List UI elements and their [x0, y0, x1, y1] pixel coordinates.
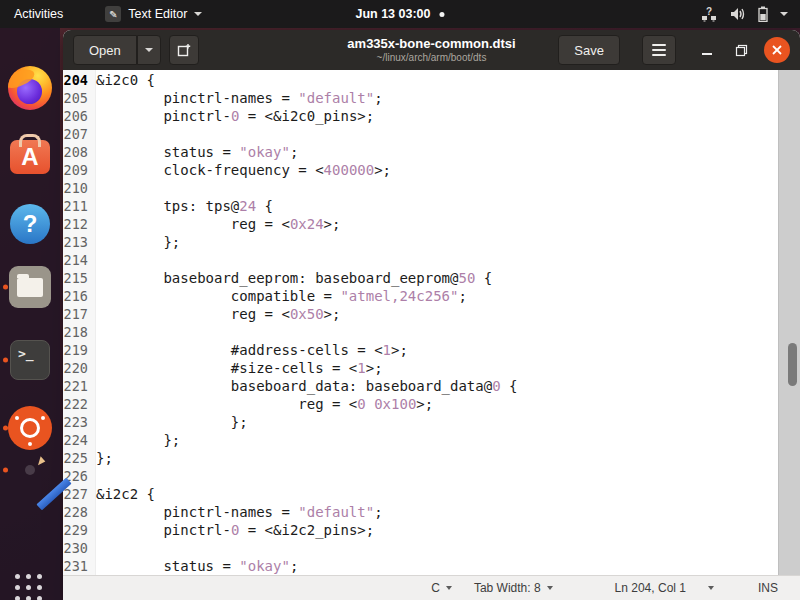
system-tray-menu[interactable]: ?: [701, 0, 800, 28]
line-number: 215: [63, 269, 92, 287]
app-menu[interactable]: ✎ Text Editor: [95, 0, 212, 28]
close-button[interactable]: [764, 37, 790, 63]
code-line[interactable]: 216 compatible = "atmel,24c256";: [63, 287, 778, 305]
line-number: 220: [63, 359, 92, 377]
running-indicator-dot: [3, 468, 8, 473]
firefox-icon: [8, 66, 52, 110]
code-text[interactable]: tps: tps@24 {: [92, 197, 273, 215]
code-line[interactable]: 218: [63, 323, 778, 341]
code-text[interactable]: [92, 467, 96, 485]
code-line[interactable]: 229 pinctrl-0 = <&i2c2_pins>;: [63, 521, 778, 539]
dock-item-terminal[interactable]: >_: [0, 340, 60, 380]
code-text[interactable]: pinctrl-0 = <&i2c0_pins>;: [92, 107, 374, 125]
code-text[interactable]: };: [92, 431, 180, 449]
help-icon: ?: [10, 204, 50, 244]
code-line[interactable]: 206 pinctrl-0 = <&i2c0_pins>;: [63, 107, 778, 125]
code-lines: 204&i2c0 {205 pinctrl-names = "default";…: [63, 71, 778, 575]
line-number: 209: [63, 161, 92, 179]
activities-button[interactable]: Activities: [0, 0, 77, 28]
code-text[interactable]: reg = <0x24>;: [92, 215, 340, 233]
language-selector[interactable]: C: [431, 581, 452, 595]
code-line[interactable]: 204&i2c0 {: [63, 71, 778, 89]
code-line[interactable]: 205 pinctrl-names = "default";: [63, 89, 778, 107]
dock-item-firefox[interactable]: [0, 66, 60, 110]
code-text[interactable]: baseboard_eeprom: baseboard_eeprom@50 {: [92, 269, 492, 287]
code-line[interactable]: 217 reg = <0x50>;: [63, 305, 778, 323]
code-text[interactable]: pinctrl-names = "default";: [92, 503, 383, 521]
open-button[interactable]: Open: [73, 35, 137, 65]
code-line[interactable]: 214: [63, 251, 778, 269]
code-text[interactable]: [92, 179, 96, 197]
new-tab-icon: [177, 43, 191, 57]
code-line[interactable]: 210: [63, 179, 778, 197]
code-text[interactable]: status = "okay";: [92, 557, 298, 575]
code-line[interactable]: 221 baseboard_data: baseboard_data@0 {: [63, 377, 778, 395]
code-line[interactable]: 223 };: [63, 413, 778, 431]
code-text[interactable]: status = "okay";: [92, 143, 298, 161]
minimize-button[interactable]: [696, 39, 718, 61]
code-text[interactable]: reg = <0x50>;: [92, 305, 340, 323]
code-editor[interactable]: 204&i2c0 {205 pinctrl-names = "default";…: [63, 70, 800, 575]
code-line[interactable]: 209 clock-frequency = <400000>;: [63, 161, 778, 179]
code-line[interactable]: 213 };: [63, 233, 778, 251]
code-line[interactable]: 208 status = "okay";: [63, 143, 778, 161]
scrollbar-thumb[interactable]: [788, 343, 797, 386]
code-line[interactable]: 211 tps: tps@24 {: [63, 197, 778, 215]
code-text[interactable]: #size-cells = <1>;: [92, 359, 383, 377]
dock-item-files[interactable]: [0, 266, 60, 308]
app-grid-icon: [15, 574, 45, 600]
code-line[interactable]: 215 baseboard_eeprom: baseboard_eeprom@5…: [63, 269, 778, 287]
dock-item-show-applications[interactable]: [0, 574, 60, 600]
code-text[interactable]: };: [92, 233, 180, 251]
code-text[interactable]: &i2c2 {: [92, 485, 155, 503]
restore-button[interactable]: [730, 39, 752, 61]
code-line[interactable]: 207: [63, 125, 778, 143]
code-line[interactable]: 224 };: [63, 431, 778, 449]
line-number: 204: [63, 71, 92, 89]
code-text[interactable]: compatible = "atmel,24c256";: [92, 287, 467, 305]
dock-item-ubuntu-software[interactable]: A: [0, 134, 60, 174]
code-line[interactable]: 222 reg = <0 0x100>;: [63, 395, 778, 413]
code-line[interactable]: 227&i2c2 {: [63, 485, 778, 503]
dock-item-ubuntu[interactable]: [0, 406, 60, 450]
code-line[interactable]: 219 #address-cells = <1>;: [63, 341, 778, 359]
code-text[interactable]: reg = <0 0x100>;: [92, 395, 433, 413]
code-text[interactable]: &i2c0 {: [92, 71, 155, 89]
code-text[interactable]: [92, 323, 96, 341]
code-text[interactable]: pinctrl-0 = <&i2c2_pins>;: [92, 521, 374, 539]
code-text[interactable]: clock-frequency = <400000>;: [92, 161, 391, 179]
code-line[interactable]: 220 #size-cells = <1>;: [63, 359, 778, 377]
code-text[interactable]: };: [92, 449, 113, 467]
clock-menu[interactable]: Jun 13 03:00: [355, 0, 444, 28]
chevron-down-icon: [145, 48, 153, 52]
text-editor-window: Open am335x-bone-common.dtsi ~/linux/arc…: [63, 30, 800, 600]
code-line[interactable]: 228 pinctrl-names = "default";: [63, 503, 778, 521]
code-text[interactable]: [92, 251, 96, 269]
vertical-scrollbar[interactable]: [778, 70, 800, 575]
chevron-down-icon: [708, 586, 714, 590]
code-line[interactable]: 230: [63, 539, 778, 557]
dock-item-text-editor[interactable]: [0, 465, 60, 475]
code-text[interactable]: [92, 539, 96, 557]
files-icon: [9, 266, 51, 308]
code-text[interactable]: #address-cells = <1>;: [92, 341, 408, 359]
code-line[interactable]: 226: [63, 467, 778, 485]
code-text[interactable]: pinctrl-names = "default";: [92, 89, 383, 107]
hamburger-menu-button[interactable]: [642, 35, 676, 65]
tab-width-selector[interactable]: Tab Width: 8: [474, 581, 553, 595]
code-text[interactable]: baseboard_data: baseboard_data@0 {: [92, 377, 517, 395]
code-line[interactable]: 212 reg = <0x24>;: [63, 215, 778, 233]
insert-mode-indicator[interactable]: INS: [758, 581, 778, 595]
code-text[interactable]: [92, 125, 96, 143]
dock-item-help[interactable]: ?: [0, 204, 60, 244]
header-bar: Open am335x-bone-common.dtsi ~/linux/arc…: [63, 30, 800, 70]
save-button[interactable]: Save: [558, 35, 620, 65]
code-line[interactable]: 231 status = "okay";: [63, 557, 778, 575]
code-text[interactable]: };: [92, 413, 248, 431]
line-number: 210: [63, 179, 92, 197]
open-dropdown-button[interactable]: [137, 35, 161, 65]
cursor-position-selector[interactable]: Ln 204, Col 1: [615, 581, 714, 595]
new-document-button[interactable]: [169, 35, 199, 65]
line-number: 222: [63, 395, 92, 413]
code-line[interactable]: 225};: [63, 449, 778, 467]
